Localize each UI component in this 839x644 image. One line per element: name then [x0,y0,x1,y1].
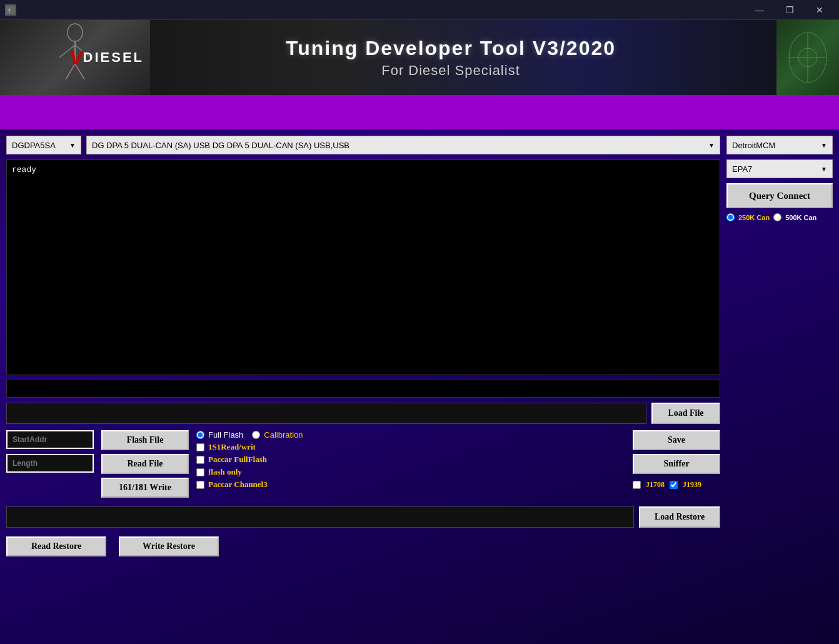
full-flash-radio[interactable] [196,431,204,439]
header-right-decoration [776,20,839,95]
j1939-label: J1939 [683,480,701,490]
sniffer-button[interactable]: Sniffer [633,454,720,474]
channel-dropdown-value: DG DPA 5 DUAL-CAN (SA) USB DG DPA 5 DUAL… [92,141,349,150]
j1708-checkbox[interactable] [633,481,641,489]
paccar-full-flash-row: Paccar FullFlash [196,455,303,465]
minimize-button[interactable]: — [745,0,774,20]
j-checkboxes-row: J1708 J1939 [633,480,720,490]
console-text: ready [12,165,36,174]
address-group [6,430,94,473]
start-addr-input[interactable] [6,430,94,449]
paccar-full-flash-label: Paccar FullFlash [208,455,267,465]
ecm-dropdown-arrow: ▼ [821,142,827,149]
flash-only-label: flash only [208,467,242,477]
flash-file-button[interactable]: Flash File [101,430,189,450]
is1-read-write-row: 1S1Read/writ [196,442,303,452]
calibration-label: Calibration [264,430,303,440]
flash-only-row: flash only [196,467,303,477]
save-button[interactable]: Save [633,430,720,450]
paccar-full-flash-checkbox[interactable] [196,456,204,464]
close-button[interactable]: ✕ [805,0,834,20]
title-bar-controls: — ❐ ✕ [745,0,834,20]
header-title-area: Tuning Developer Tool V3/2020 For Diesel… [150,37,776,79]
device-dropdown[interactable]: DGDPA5SA ▼ [6,136,81,154]
can-250k-radio[interactable] [726,213,735,221]
action-buttons-group: Save Sniffer J1708 J1939 [633,430,720,490]
device-dropdown-value: DGDPA5SA [12,141,56,150]
protocol-dropdown[interactable]: EPA7 ▼ [726,159,833,178]
bottom-buttons: Read Restore Write Restore [6,536,720,556]
file-path-input[interactable] [6,403,646,424]
paccar-channel3-checkbox[interactable] [196,481,204,489]
query-connect-button[interactable]: Query Connect [726,183,833,208]
read-restore-button[interactable]: Read Restore [6,536,106,556]
is1-read-write-label: 1S1Read/writ [208,442,256,452]
header-banner: V DIESEL Tuning Developer Tool V3/2020 F… [0,20,839,95]
write-restore-button[interactable]: Write Restore [119,536,219,556]
diesel-text: DIESEL [83,49,144,66]
read-file-button[interactable]: Read File [101,454,189,474]
channel-dropdown-arrow: ▼ [708,142,715,149]
paccar-channel3-label: Paccar Channel3 [208,480,268,490]
can-500k-radio[interactable] [773,213,781,221]
calibration-radio[interactable] [252,431,260,439]
left-panel: DGDPA5SA ▼ DG DPA 5 DUAL-CAN (SA) USB DG… [6,136,720,556]
can-500k-label: 500K Can [785,214,816,221]
ecm-dropdown-value: DetroitMCM [732,141,775,150]
full-flash-row: Full Flash Calibration [196,430,303,440]
is1-read-write-checkbox[interactable] [196,443,204,451]
protocol-dropdown-arrow: ▼ [821,166,827,173]
diesel-logo: V DIESEL [69,46,144,69]
right-deco-icon [780,23,836,92]
progress-bar-container [6,379,720,398]
restore-row: Load Restore [6,506,720,528]
channel-dropdown[interactable]: DG DPA 5 DUAL-CAN (SA) USB DG DPA 5 DUAL… [86,136,720,154]
restore-button[interactable]: ❐ [775,0,804,20]
flash-only-checkbox[interactable] [196,468,204,476]
sub-title: For Diesel Specialist [381,63,520,79]
controls-row: Flash File Read File 161/181 Write Full … [6,430,720,498]
full-flash-label: Full Flash [208,430,243,440]
svg-text:T: T [8,8,11,14]
write-161-button[interactable]: 161/181 Write [101,478,189,498]
main-layout: DGDPA5SA ▼ DG DPA 5 DUAL-CAN (SA) USB DG… [0,129,839,556]
j1939-checkbox[interactable] [670,481,678,489]
ecm-dropdown[interactable]: DetroitMCM ▼ [726,136,833,154]
main-title: Tuning Developer Tool V3/2020 [286,37,616,60]
svg-point-2 [68,24,83,41]
right-panel: DetroitMCM ▼ EPA7 ▼ Query Connect 250K C… [726,136,833,556]
device-dropdown-arrow: ▼ [69,142,76,149]
file-path-row: Load File [6,403,720,424]
protocol-dropdown-value: EPA7 [732,164,752,174]
app-icon: T [5,4,16,16]
purple-bar [0,95,839,129]
file-buttons-group: Flash File Read File 161/181 Write [101,430,189,498]
paccar-channel3-row: Paccar Channel3 [196,480,303,490]
options-group: Full Flash Calibration 1S1Read/writ Pacc… [196,430,303,490]
title-bar-left: T [5,4,16,16]
v-mark: V [69,46,83,69]
title-bar: T — ❐ ✕ [0,0,839,20]
can-speed-row: 250K Can 500K Can [726,213,833,221]
dropdowns-row: DGDPA5SA ▼ DG DPA 5 DUAL-CAN (SA) USB DG… [6,136,720,154]
length-input[interactable] [6,454,94,473]
load-file-button[interactable]: Load File [651,403,720,424]
can-250k-label: 250K Can [738,214,770,221]
console-output: ready [6,159,720,375]
restore-path-input[interactable] [6,506,634,528]
load-restore-button[interactable]: Load Restore [639,506,720,528]
logo-area: V DIESEL [0,20,150,95]
j1708-label: J1708 [646,480,665,490]
